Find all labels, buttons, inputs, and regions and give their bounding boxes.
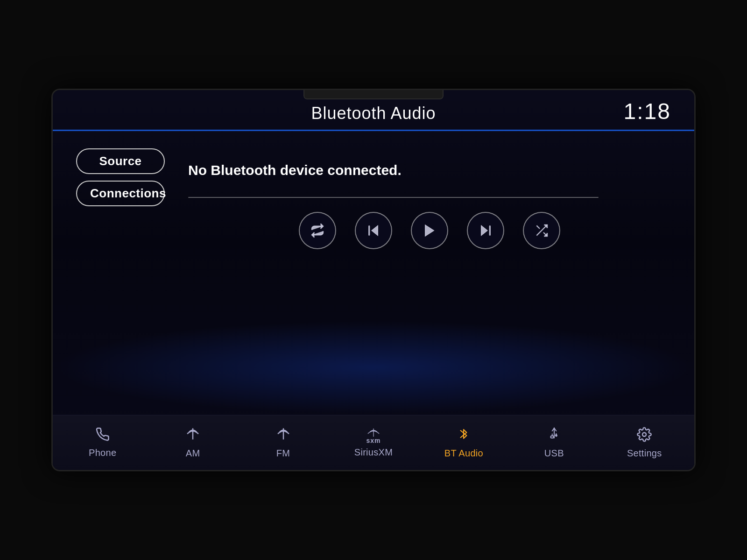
connections-button[interactable]: Connections	[76, 181, 165, 206]
phone-icon	[96, 427, 110, 445]
clock-display: 1:18	[624, 98, 671, 124]
shuffle-icon	[534, 223, 549, 238]
svg-point-19	[642, 433, 646, 436]
nav-item-am[interactable]: AM	[167, 422, 218, 463]
usb-icon	[548, 427, 561, 445]
fm-icon	[276, 427, 291, 445]
nav-item-siriusxm[interactable]: sxm SiriusXM	[348, 423, 399, 463]
play-button[interactable]	[411, 212, 448, 249]
nav-label-phone: Phone	[89, 448, 116, 458]
svg-marker-3	[481, 225, 487, 235]
bottom-navigation: Phone AM	[53, 415, 694, 470]
playback-controls	[188, 212, 671, 249]
repeat-icon	[310, 223, 325, 238]
nav-label-usb: USB	[544, 448, 564, 459]
nav-label-settings: Settings	[627, 448, 662, 459]
svg-rect-16	[550, 436, 553, 438]
nav-label-siriusxm: SiriusXM	[354, 447, 393, 458]
nav-item-settings[interactable]: Settings	[619, 422, 670, 463]
am-icon	[185, 427, 200, 445]
left-sidebar-buttons: Source Connections	[76, 144, 169, 422]
nav-label-am: AM	[186, 448, 200, 459]
bt-audio-icon	[457, 427, 470, 445]
repeat-button[interactable]	[299, 212, 336, 249]
car-infotainment-screen: Bluetooth Audio 1:18 Source Connections …	[51, 89, 696, 471]
screen-content: Bluetooth Audio 1:18 Source Connections …	[53, 90, 694, 470]
next-icon	[478, 223, 493, 238]
previous-icon	[366, 223, 381, 238]
nav-item-fm[interactable]: FM	[258, 422, 309, 463]
right-content-panel: No Bluetooth device connected.	[169, 144, 671, 422]
nav-label-fm: FM	[276, 448, 290, 459]
nav-label-bt-audio: BT Audio	[444, 448, 483, 459]
next-button[interactable]	[467, 212, 504, 249]
header-bar: Bluetooth Audio 1:18	[53, 90, 694, 131]
nav-item-phone[interactable]: Phone	[77, 423, 128, 463]
progress-bar	[188, 197, 599, 198]
main-content-area: Source Connections No Bluetooth device c…	[53, 131, 694, 422]
progress-area	[188, 197, 599, 198]
play-icon	[422, 223, 437, 238]
settings-icon	[637, 427, 652, 445]
svg-line-7	[536, 225, 540, 229]
nav-item-bt-audio[interactable]: BT Audio	[438, 422, 489, 463]
previous-button[interactable]	[355, 212, 392, 249]
source-button[interactable]: Source	[76, 148, 165, 174]
page-title: Bluetooth Audio	[311, 104, 436, 123]
nav-item-usb[interactable]: USB	[529, 422, 580, 463]
svg-marker-2	[425, 225, 434, 236]
svg-point-18	[555, 434, 557, 436]
siriusxm-icon: sxm	[365, 427, 382, 445]
shuffle-button[interactable]	[523, 212, 560, 249]
svg-marker-0	[372, 225, 378, 235]
bt-status-text: No Bluetooth device connected.	[188, 162, 671, 178]
